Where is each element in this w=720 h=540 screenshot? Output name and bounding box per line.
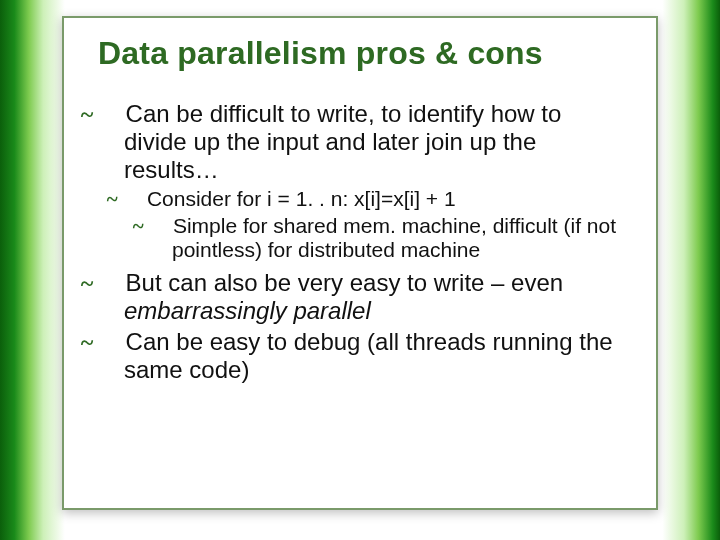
slide-frame: Data parallelism pros & cons ~Can be dif… — [0, 0, 720, 540]
swirl-icon: ~ — [102, 330, 124, 354]
swirl-icon: ~ — [102, 102, 124, 126]
bullet-1a-text: Consider for i = 1. . n: x[i]=x[i] + 1 — [147, 187, 456, 210]
swirl-icon: ~ — [152, 216, 171, 237]
bullet-1a1-text: Simple for shared mem. machine, difficul… — [172, 214, 616, 262]
bullet-3: ~Can be easy to debug (all threads runni… — [102, 328, 626, 385]
bullet-2: ~But can also be very easy to write – ev… — [102, 269, 626, 326]
swirl-icon: ~ — [102, 271, 124, 295]
bullet-1: ~Can be difficult to write, to identify … — [102, 100, 626, 185]
bullet-1-text: Can be difficult to write, to identify h… — [124, 100, 561, 184]
bullet-1a1: ~Simple for shared mem. machine, difficu… — [152, 214, 626, 264]
swirl-icon: ~ — [126, 189, 145, 210]
slide-panel: Data parallelism pros & cons ~Can be dif… — [62, 16, 658, 510]
slide-title: Data parallelism pros & cons — [98, 36, 626, 72]
bullet-3-text: Can be easy to debug (all threads runnin… — [124, 328, 613, 383]
bullet-2-pre: But can also be very easy to write – eve… — [126, 269, 564, 296]
bullet-2-emph: embarrassingly parallel — [124, 297, 371, 324]
bullet-1a: ~Consider for i = 1. . n: x[i]=x[i] + 1 — [126, 187, 626, 212]
